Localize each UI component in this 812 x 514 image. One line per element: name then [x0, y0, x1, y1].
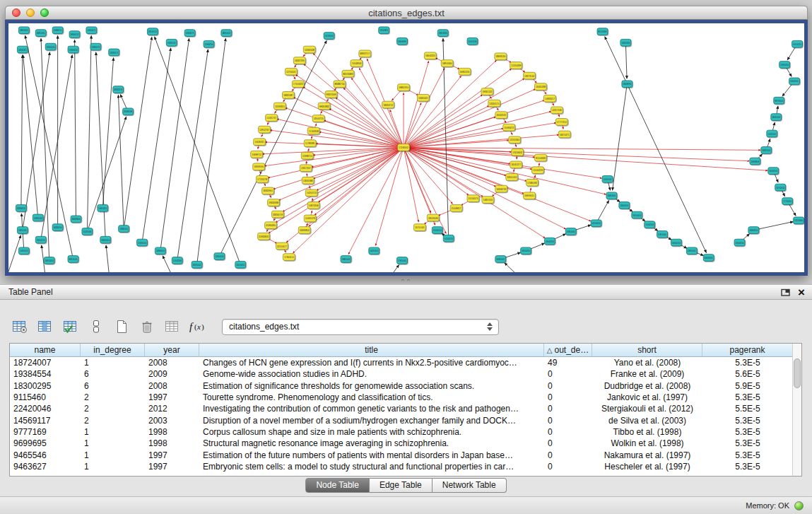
graph-node[interactable]: 16931441: [495, 256, 506, 263]
graph-node[interactable]: 13017047: [300, 165, 312, 172]
graph-node[interactable]: 13342175: [184, 30, 195, 37]
graph-node[interactable]: 14521541: [602, 175, 613, 182]
graph-node[interactable]: 16465208: [535, 83, 547, 90]
graph-node[interactable]: 1595814: [750, 158, 760, 165]
table-selector-dropdown[interactable]: citations_edges.txt: [222, 319, 499, 335]
graph-node[interactable]: 12161064: [509, 136, 521, 144]
graph-node[interactable]: 16261621: [417, 94, 429, 101]
column-header-year[interactable]: year: [145, 344, 199, 357]
graph-node[interactable]: 22153477: [276, 243, 288, 250]
table-row[interactable]: 969969511998Structural magnetic resonanc…: [10, 438, 801, 449]
graph-node[interactable]: 17915441: [397, 257, 408, 264]
graph-node[interactable]: 17224154: [137, 239, 148, 246]
graph-node[interactable]: 16093852: [298, 227, 310, 234]
table-row[interactable]: 977716911998Corpus callosum shape and si…: [10, 426, 801, 438]
graph-node[interactable]: 21902810: [258, 233, 270, 240]
graph-node[interactable]: 18131441: [192, 261, 202, 268]
new-table-icon[interactable]: [112, 317, 131, 337]
graph-node[interactable]: 11934154: [204, 40, 214, 47]
table-row[interactable]: 946554611997Estimation of the future num…: [10, 449, 801, 460]
graph-node[interactable]: 19154414: [632, 211, 642, 218]
graph-node[interactable]: 19821442: [341, 256, 351, 263]
graph-node[interactable]: 13304172: [90, 43, 101, 50]
graph-node[interactable]: 11421541: [767, 130, 777, 137]
graph-node[interactable]: 10341214: [45, 43, 56, 50]
graph-node[interactable]: 20154172: [147, 28, 158, 35]
graph-node[interactable]: 13154214: [521, 247, 531, 255]
graph-node[interactable]: 16442154: [768, 168, 779, 175]
function-builder-icon[interactable]: f(x): [188, 317, 207, 337]
graph-node[interactable]: 6833717: [359, 50, 371, 57]
network-canvas[interactable]: 1724055212202508160072351275452117554023…: [8, 23, 804, 272]
column-header-out_degree[interactable]: △out_de…: [544, 344, 592, 357]
table-row[interactable]: 1872400712008Changes of HCN gene express…: [10, 357, 801, 368]
graph-node[interactable]: 18535040: [427, 214, 439, 221]
graph-node[interactable]: 19026398: [268, 199, 280, 206]
graph-node[interactable]: 11780381: [304, 140, 316, 147]
graph-node[interactable]: 18254121: [221, 30, 232, 37]
graph-node[interactable]: 16813441: [606, 192, 617, 199]
graph-node[interactable]: 2630559: [123, 108, 134, 115]
graph-node[interactable]: 18421441: [771, 114, 782, 121]
graph-node[interactable]: 13542154: [619, 202, 630, 209]
graph-node[interactable]: 19361122: [481, 88, 493, 95]
table-row[interactable]: 1938455462009Genome-wide association stu…: [10, 368, 801, 380]
graph-node[interactable]: 19542175: [35, 236, 46, 243]
table-row[interactable]: 2242004622012Investigating the contribut…: [10, 403, 801, 414]
graph-node[interactable]: 12217536: [551, 107, 563, 114]
graph-node[interactable]: 10543715: [312, 115, 324, 122]
graph-node[interactable]: 15134575: [467, 195, 479, 202]
graph-node[interactable]: 16959411: [524, 192, 536, 199]
graph-node[interactable]: 12742154: [775, 184, 786, 191]
graph-node[interactable]: 15914441: [565, 228, 576, 235]
graph-node[interactable]: 16958732: [495, 185, 507, 192]
graph-node[interactable]: 12912767: [259, 126, 271, 133]
graph-node[interactable]: 17777214: [555, 119, 567, 126]
graph-node[interactable]: 18913455: [18, 27, 29, 34]
graph-node[interactable]: 13216642: [512, 148, 524, 156]
graph-node[interactable]: 18302941: [262, 187, 274, 194]
column-header-title[interactable]: title: [199, 344, 544, 357]
graph-node[interactable]: 16919534: [253, 163, 265, 170]
graph-node[interactable]: 16204154: [52, 224, 63, 231]
graph-node[interactable]: 12210464: [794, 217, 804, 224]
graph-node[interactable]: 19613204: [437, 30, 448, 37]
graph-node[interactable]: 17024154: [68, 46, 78, 53]
table-row[interactable]: 946362711997Embryonic stem cells: a mode…: [10, 461, 801, 472]
graph-node[interactable]: 10193011: [273, 103, 286, 110]
table-row[interactable]: 911546021997Tourette syndrome. Phenomeno…: [10, 392, 801, 403]
graph-node[interactable]: 14857531: [482, 197, 494, 204]
graph-node[interactable]: 21449017: [450, 204, 462, 211]
graph-node[interactable]: 11915414: [18, 247, 29, 255]
graph-node[interactable]: 21094265: [265, 222, 277, 229]
graph-node[interactable]: 17754214: [782, 198, 793, 205]
table-row[interactable]: 1830029562008Estimation of significance …: [10, 380, 801, 392]
column-header-short[interactable]: short: [592, 344, 702, 357]
graph-node[interactable]: 17135278: [257, 175, 269, 182]
graph-node[interactable]: 9925382: [318, 103, 330, 110]
graph-node[interactable]: 16021441: [761, 147, 772, 154]
graph-node[interactable]: 14451216: [467, 37, 478, 45]
graph-node[interactable]: 12914154: [214, 253, 225, 260]
graph-node[interactable]: 17085492: [526, 179, 539, 186]
graph-node[interactable]: 14526321: [254, 139, 266, 146]
graph-node[interactable]: 16751441: [413, 224, 425, 231]
graph-node[interactable]: 12754521: [285, 68, 297, 75]
graph-node[interactable]: 7452050: [351, 60, 363, 67]
graph-node[interactable]: 9307049: [325, 91, 337, 98]
graph-node[interactable]: 17364114: [283, 254, 295, 261]
graph-node[interactable]: 15723144: [324, 33, 334, 40]
float-panel-icon[interactable]: [781, 286, 790, 299]
graph-node[interactable]: 14872046: [307, 202, 319, 209]
graph-node[interactable]: 15514214: [792, 40, 803, 47]
graph-node[interactable]: 11431747: [266, 115, 278, 122]
graph-node[interactable]: 16649591: [397, 37, 408, 45]
graph-node[interactable]: 17554023: [292, 81, 304, 88]
graph-node[interactable]: 15134154: [432, 227, 442, 234]
panel-divider-handle[interactable]: [398, 279, 413, 283]
graph-node[interactable]: 11542175: [443, 235, 454, 242]
import-table-icon[interactable]: [61, 317, 80, 337]
graph-node[interactable]: 9245041: [703, 255, 714, 262]
graph-node[interactable]: 15699712: [251, 151, 263, 158]
graph-node[interactable]: 15954214: [779, 62, 790, 69]
